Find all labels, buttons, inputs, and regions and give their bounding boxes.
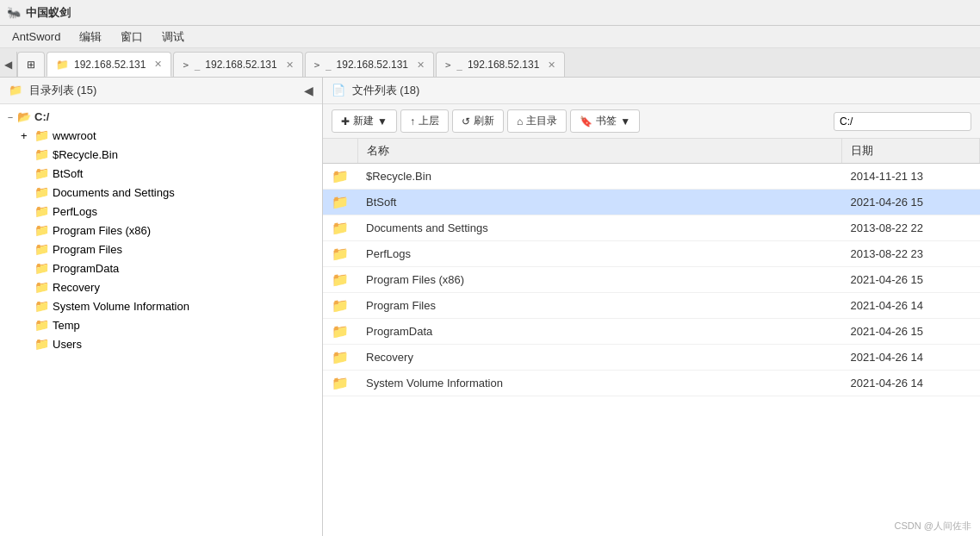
- tree-item[interactable]: 📁 ProgramData: [0, 259, 322, 277]
- tree-item[interactable]: 📁 Program Files (x86): [0, 221, 322, 240]
- right-panel: 📄 文件列表 (18) ✚ 新建 ▼ ↑ 上层 ↺ 刷新 ⌂ 主目录: [323, 78, 980, 536]
- root-label: C:/: [34, 110, 49, 123]
- row-icon-cell: 📁: [323, 241, 357, 267]
- root-folder-open-icon: 📂: [17, 110, 31, 123]
- row-date: 2021-04-26 15: [842, 319, 980, 345]
- table-row[interactable]: 📁 Program Files 2021-04-26 14: [323, 293, 980, 319]
- folder-tab-icon: 📁: [56, 59, 69, 71]
- table-row[interactable]: 📁 Recovery 2021-04-26 14: [323, 345, 980, 371]
- row-name: Recovery: [357, 345, 842, 371]
- tree-item[interactable]: + 📁 wwwroot: [0, 126, 322, 145]
- tab-file-close[interactable]: ✕: [154, 59, 162, 70]
- bookmark-arrow-icon: ▼: [620, 115, 630, 128]
- tree-item[interactable]: 📁 Users: [0, 334, 322, 353]
- tree-item[interactable]: 📁 Recovery: [0, 277, 322, 296]
- bookmark-icon: 🔖: [580, 115, 592, 128]
- col-date: 日期: [842, 139, 980, 164]
- row-folder-icon: 📁: [332, 169, 349, 184]
- tree-root[interactable]: − 📂 C:/: [0, 108, 322, 126]
- row-icon-cell: 📁: [323, 267, 357, 293]
- menu-antsword[interactable]: AntSword: [3, 28, 69, 45]
- up-label: 上层: [419, 114, 439, 128]
- row-date: 2021-04-26 15: [842, 267, 980, 293]
- file-list-title: 文件列表 (18): [352, 84, 420, 97]
- menu-bar: AntSword 编辑 窗口 调试: [0, 26, 980, 48]
- menu-edit[interactable]: 编辑: [71, 28, 110, 47]
- col-name: 名称: [357, 139, 842, 164]
- table-row[interactable]: 📁 ProgramData 2021-04-26 15: [323, 319, 980, 345]
- path-input[interactable]: [834, 112, 971, 131]
- tree-item[interactable]: 📁 PerfLogs: [0, 202, 322, 221]
- folder-icon: 📁: [34, 337, 49, 351]
- row-date: 2021-04-26 14: [842, 345, 980, 371]
- row-date: 2021-04-26 14: [842, 371, 980, 396]
- tree-item[interactable]: 📁 BtSoft: [0, 164, 322, 183]
- row-folder-icon: 📁: [332, 246, 349, 261]
- folder-icon: 📁: [34, 318, 49, 332]
- new-arrow-icon: ▼: [377, 115, 388, 128]
- tree-item-label: BtSoft: [53, 167, 83, 180]
- row-date: 2021-04-26 15: [842, 190, 980, 215]
- table-row[interactable]: 📁 BtSoft 2021-04-26 15: [323, 190, 980, 215]
- table-row[interactable]: 📁 Documents and Settings 2013-08-22 22: [323, 215, 980, 241]
- tree-item[interactable]: 📁 Documents and Settings: [0, 183, 322, 202]
- tree-item-label: Documents and Settings: [53, 186, 175, 199]
- up-icon: ↑: [410, 115, 415, 128]
- refresh-icon: ↺: [462, 115, 470, 128]
- row-name: Program Files (x86): [357, 267, 842, 293]
- menu-debug[interactable]: 调试: [153, 28, 193, 47]
- tab-terminal-1[interactable]: > _ 192.168.52.131 ✕: [173, 52, 302, 77]
- tree-item-label: Program Files: [53, 243, 122, 256]
- tab-terminal-2[interactable]: > _ 192.168.52.131 ✕: [305, 52, 434, 77]
- collapse-btn[interactable]: ◀: [304, 84, 313, 97]
- tab-terminal-3[interactable]: > _ 192.168.52.131 ✕: [436, 52, 565, 77]
- table-row[interactable]: 📁 PerfLogs 2013-08-22 23: [323, 241, 980, 267]
- tree-item[interactable]: 📁 $Recycle.Bin: [0, 145, 322, 164]
- tab-nav-left[interactable]: ◀: [0, 52, 17, 77]
- tree-item[interactable]: 📁 Program Files: [0, 240, 322, 259]
- tab-terminal-2-close[interactable]: ✕: [417, 59, 425, 71]
- folder-icon: 📁: [34, 147, 49, 161]
- tree-item[interactable]: 📁 System Volume Information: [0, 296, 322, 315]
- row-name: System Volume Information: [357, 371, 842, 396]
- refresh-label: 刷新: [474, 114, 494, 128]
- new-button[interactable]: ✚ 新建 ▼: [332, 109, 397, 133]
- folder-icon: 📁: [34, 223, 49, 237]
- refresh-button[interactable]: ↺ 刷新: [452, 109, 504, 133]
- tree-area: − 📂 C:/ + 📁 wwwroot 📁 $Recycle.Bin 📁 BtS…: [0, 104, 322, 536]
- tree-item-label: Temp: [53, 319, 80, 332]
- table-row[interactable]: 📁 $Recycle.Bin 2014-11-21 13: [323, 164, 980, 190]
- tab-grid[interactable]: ⊞: [17, 52, 45, 77]
- home-button[interactable]: ⌂ 主目录: [507, 109, 567, 133]
- row-icon-cell: 📁: [323, 164, 357, 190]
- bookmark-button[interactable]: 🔖 书签 ▼: [570, 109, 640, 133]
- row-icon-cell: 📁: [323, 371, 357, 396]
- folder-icon: 📁: [34, 185, 49, 199]
- folder-icon: 📁: [34, 261, 49, 275]
- folder-icon: 📁: [34, 128, 49, 142]
- col-icon: [323, 139, 357, 164]
- row-icon-cell: 📁: [323, 190, 357, 215]
- up-button[interactable]: ↑ 上层: [400, 109, 449, 133]
- tab-file-manager[interactable]: 📁 192.168.52.131 ✕: [47, 52, 171, 77]
- tab-terminal-1-close[interactable]: ✕: [286, 59, 294, 71]
- row-icon-cell: 📁: [323, 293, 357, 319]
- row-name: Documents and Settings: [357, 215, 842, 241]
- row-date: 2013-08-22 22: [842, 215, 980, 241]
- tree-item[interactable]: 📁 Temp: [0, 315, 322, 334]
- home-label: 主目录: [526, 114, 557, 128]
- row-date: 2021-04-26 14: [842, 293, 980, 319]
- folder-icon: 📁: [34, 242, 49, 256]
- table-row[interactable]: 📁 Program Files (x86) 2021-04-26 15: [323, 267, 980, 293]
- row-folder-icon: 📁: [332, 324, 349, 339]
- tree-item-label: wwwroot: [53, 129, 96, 142]
- row-icon-cell: 📁: [323, 215, 357, 241]
- table-row[interactable]: 📁 System Volume Information 2021-04-26 1…: [323, 371, 980, 396]
- file-table-wrap: 名称 日期 📁 $Recycle.Bin 2014-11-21 13 📁 BtS…: [323, 139, 980, 536]
- menu-window[interactable]: 窗口: [112, 28, 152, 47]
- root-toggle: −: [3, 112, 17, 122]
- tab-bar: ◀ ⊞ 📁 192.168.52.131 ✕ > _ 192.168.52.13…: [0, 48, 980, 78]
- tab-terminal-3-close[interactable]: ✕: [548, 59, 555, 71]
- tree-item-label: $Recycle.Bin: [53, 148, 118, 161]
- tree-items-container: + 📁 wwwroot 📁 $Recycle.Bin 📁 BtSoft 📁 Do…: [0, 126, 322, 353]
